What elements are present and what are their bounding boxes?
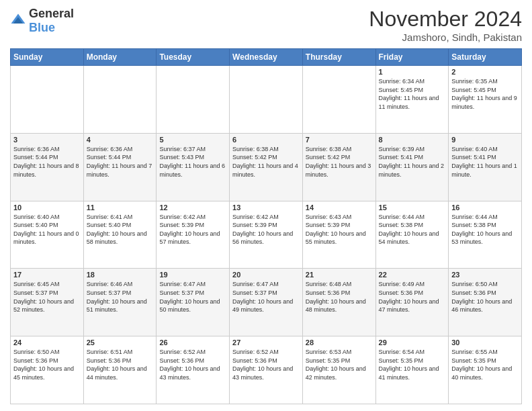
day-info: Sunrise: 6:36 AMSunset: 5:44 PMDaylight:… xyxy=(13,145,81,179)
day-number: 15 xyxy=(379,203,446,212)
calendar-cell: 20Sunrise: 6:47 AMSunset: 5:37 PMDayligh… xyxy=(230,269,303,336)
header-wednesday: Wednesday xyxy=(230,49,303,66)
calendar-cell: 28Sunrise: 6:53 AMSunset: 5:35 PMDayligh… xyxy=(302,336,375,404)
calendar-cell: 26Sunrise: 6:52 AMSunset: 5:36 PMDayligh… xyxy=(157,336,230,404)
day-number: 20 xyxy=(232,271,300,279)
day-number: 25 xyxy=(87,338,154,347)
day-number: 1 xyxy=(379,68,446,76)
header: General Blue November 2024 Jamshoro, Sin… xyxy=(10,7,522,43)
day-info: Sunrise: 6:47 AMSunset: 5:37 PMDaylight:… xyxy=(232,280,300,314)
calendar-table: Sunday Monday Tuesday Wednesday Thursday… xyxy=(10,48,522,404)
day-info: Sunrise: 6:50 AMSunset: 5:36 PMDaylight:… xyxy=(451,280,519,314)
day-info: Sunrise: 6:37 AMSunset: 5:43 PMDaylight:… xyxy=(159,145,226,179)
header-monday: Monday xyxy=(83,49,157,66)
day-info: Sunrise: 6:45 AMSunset: 5:37 PMDaylight:… xyxy=(13,280,81,314)
day-number: 4 xyxy=(87,136,154,144)
calendar-cell xyxy=(157,66,230,134)
day-info: Sunrise: 6:40 AMSunset: 5:40 PMDaylight:… xyxy=(13,213,81,246)
day-number: 27 xyxy=(232,338,300,347)
day-number: 5 xyxy=(159,136,226,144)
day-number: 13 xyxy=(232,203,300,212)
day-info: Sunrise: 6:46 AMSunset: 5:37 PMDaylight:… xyxy=(87,280,154,314)
calendar-cell: 22Sunrise: 6:49 AMSunset: 5:36 PMDayligh… xyxy=(375,269,449,336)
calendar-cell: 18Sunrise: 6:46 AMSunset: 5:37 PMDayligh… xyxy=(83,269,157,336)
day-info: Sunrise: 6:47 AMSunset: 5:37 PMDaylight:… xyxy=(159,280,226,314)
day-number: 8 xyxy=(379,136,446,144)
day-number: 14 xyxy=(306,203,373,212)
calendar-week-row-2: 10Sunrise: 6:40 AMSunset: 5:40 PMDayligh… xyxy=(11,201,522,269)
day-info: Sunrise: 6:38 AMSunset: 5:42 PMDaylight:… xyxy=(232,145,300,179)
day-info: Sunrise: 6:49 AMSunset: 5:36 PMDaylight:… xyxy=(379,280,446,314)
calendar-cell: 23Sunrise: 6:50 AMSunset: 5:36 PMDayligh… xyxy=(449,269,522,336)
day-info: Sunrise: 6:44 AMSunset: 5:38 PMDaylight:… xyxy=(451,213,519,246)
day-info: Sunrise: 6:34 AMSunset: 5:45 PMDaylight:… xyxy=(379,77,446,111)
day-number: 17 xyxy=(13,271,81,279)
day-number: 11 xyxy=(87,203,154,212)
day-number: 23 xyxy=(451,271,519,279)
calendar-cell: 15Sunrise: 6:44 AMSunset: 5:38 PMDayligh… xyxy=(375,201,449,269)
calendar-cell: 21Sunrise: 6:48 AMSunset: 5:36 PMDayligh… xyxy=(302,269,375,336)
day-info: Sunrise: 6:42 AMSunset: 5:39 PMDaylight:… xyxy=(232,213,300,246)
calendar-cell: 11Sunrise: 6:41 AMSunset: 5:40 PMDayligh… xyxy=(83,201,157,269)
day-number: 6 xyxy=(232,136,300,144)
page: General Blue November 2024 Jamshoro, Sin… xyxy=(0,0,532,411)
day-number: 7 xyxy=(306,136,373,144)
day-info: Sunrise: 6:39 AMSunset: 5:41 PMDaylight:… xyxy=(379,145,446,179)
month-title: November 2024 xyxy=(369,7,522,32)
day-number: 28 xyxy=(306,338,373,347)
day-info: Sunrise: 6:48 AMSunset: 5:36 PMDaylight:… xyxy=(306,280,373,314)
calendar-cell: 12Sunrise: 6:42 AMSunset: 5:39 PMDayligh… xyxy=(157,201,230,269)
calendar-cell: 6Sunrise: 6:38 AMSunset: 5:42 PMDaylight… xyxy=(230,133,303,201)
title-area: November 2024 Jamshoro, Sindh, Pakistan xyxy=(369,7,522,43)
day-number: 16 xyxy=(451,203,519,212)
day-info: Sunrise: 6:51 AMSunset: 5:36 PMDaylight:… xyxy=(87,348,154,381)
calendar-header-row: Sunday Monday Tuesday Wednesday Thursday… xyxy=(11,49,522,66)
day-number: 3 xyxy=(13,136,81,144)
calendar-cell: 7Sunrise: 6:38 AMSunset: 5:42 PMDaylight… xyxy=(302,133,375,201)
logo: General Blue xyxy=(10,7,74,35)
calendar-cell: 13Sunrise: 6:42 AMSunset: 5:39 PMDayligh… xyxy=(230,201,303,269)
day-info: Sunrise: 6:43 AMSunset: 5:39 PMDaylight:… xyxy=(306,213,373,246)
calendar-cell: 9Sunrise: 6:40 AMSunset: 5:41 PMDaylight… xyxy=(449,133,522,201)
calendar-cell: 10Sunrise: 6:40 AMSunset: 5:40 PMDayligh… xyxy=(11,201,84,269)
day-number: 2 xyxy=(451,68,519,76)
day-number: 12 xyxy=(159,203,226,212)
calendar-week-row-1: 3Sunrise: 6:36 AMSunset: 5:44 PMDaylight… xyxy=(11,133,522,201)
calendar-cell: 30Sunrise: 6:55 AMSunset: 5:35 PMDayligh… xyxy=(449,336,522,404)
calendar-cell xyxy=(302,66,375,134)
calendar-cell: 16Sunrise: 6:44 AMSunset: 5:38 PMDayligh… xyxy=(449,201,522,269)
logo-general: General xyxy=(29,7,74,20)
logo-blue: Blue xyxy=(29,21,55,34)
day-info: Sunrise: 6:53 AMSunset: 5:35 PMDaylight:… xyxy=(306,348,373,381)
day-info: Sunrise: 6:36 AMSunset: 5:44 PMDaylight:… xyxy=(87,145,154,179)
day-info: Sunrise: 6:42 AMSunset: 5:39 PMDaylight:… xyxy=(159,213,226,246)
calendar-cell: 27Sunrise: 6:52 AMSunset: 5:36 PMDayligh… xyxy=(230,336,303,404)
day-number: 22 xyxy=(379,271,446,279)
header-friday: Friday xyxy=(375,49,449,66)
calendar-week-row-3: 17Sunrise: 6:45 AMSunset: 5:37 PMDayligh… xyxy=(11,269,522,336)
day-info: Sunrise: 6:52 AMSunset: 5:36 PMDaylight:… xyxy=(232,348,300,381)
calendar-cell: 24Sunrise: 6:50 AMSunset: 5:36 PMDayligh… xyxy=(11,336,84,404)
calendar-cell: 14Sunrise: 6:43 AMSunset: 5:39 PMDayligh… xyxy=(302,201,375,269)
day-number: 30 xyxy=(451,338,519,347)
logo-icon xyxy=(10,13,26,29)
day-number: 29 xyxy=(379,338,446,347)
calendar-cell: 4Sunrise: 6:36 AMSunset: 5:44 PMDaylight… xyxy=(83,133,157,201)
calendar-cell: 5Sunrise: 6:37 AMSunset: 5:43 PMDaylight… xyxy=(157,133,230,201)
day-info: Sunrise: 6:40 AMSunset: 5:41 PMDaylight:… xyxy=(451,145,519,179)
calendar-cell: 25Sunrise: 6:51 AMSunset: 5:36 PMDayligh… xyxy=(83,336,157,404)
day-number: 21 xyxy=(306,271,373,279)
calendar-cell xyxy=(11,66,84,134)
calendar-cell: 3Sunrise: 6:36 AMSunset: 5:44 PMDaylight… xyxy=(11,133,84,201)
logo-text: General Blue xyxy=(29,7,74,35)
location-title: Jamshoro, Sindh, Pakistan xyxy=(369,32,522,43)
day-info: Sunrise: 6:52 AMSunset: 5:36 PMDaylight:… xyxy=(159,348,226,381)
header-sunday: Sunday xyxy=(11,49,84,66)
calendar-cell xyxy=(83,66,157,134)
calendar-cell: 29Sunrise: 6:54 AMSunset: 5:35 PMDayligh… xyxy=(375,336,449,404)
calendar-cell: 19Sunrise: 6:47 AMSunset: 5:37 PMDayligh… xyxy=(157,269,230,336)
calendar-cell: 17Sunrise: 6:45 AMSunset: 5:37 PMDayligh… xyxy=(11,269,84,336)
calendar-week-row-4: 24Sunrise: 6:50 AMSunset: 5:36 PMDayligh… xyxy=(11,336,522,404)
day-number: 24 xyxy=(13,338,81,347)
day-info: Sunrise: 6:55 AMSunset: 5:35 PMDaylight:… xyxy=(451,348,519,381)
